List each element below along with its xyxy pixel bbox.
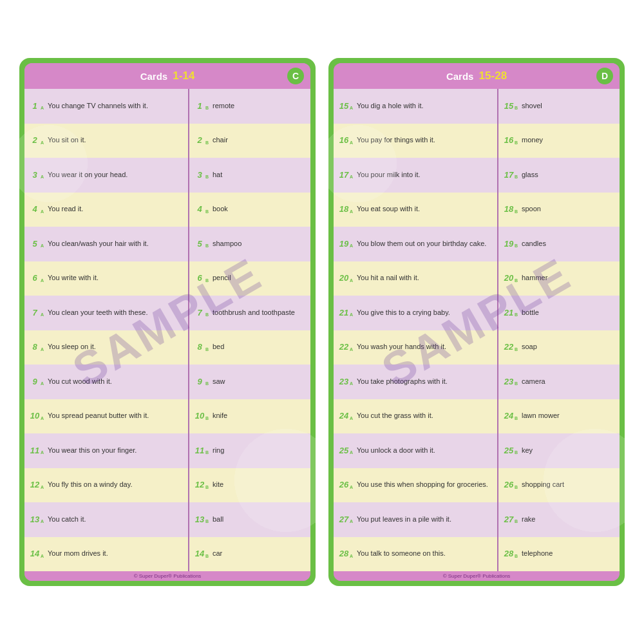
question-num-cell: 23A [334,365,354,399]
answer-cell: soap [519,330,620,365]
answer-num-cell: 18B [498,193,519,227]
question-cell: You wear it on your head. [45,158,188,193]
question-num-cell: 13A [24,502,45,537]
answer-num-cell: 8B [189,330,210,365]
table-row: 24AYou cut the grass with it.24Blawn mow… [334,399,620,434]
table-row: 5AYou clean/wash your hair with it.5Bsha… [24,227,310,261]
answer-num-cell: 5B [189,227,210,261]
question-num-cell: 12A [24,468,45,503]
answer-cell: shovel [519,89,620,124]
table-row: 21AYou give this to a crying baby.21Bbot… [334,296,620,330]
card-badge-d: D [596,68,613,84]
question-cell: You change TV channels with it. [45,89,188,124]
question-num-cell: 17A [334,158,354,193]
answer-num-cell: 16B [498,124,519,158]
question-cell: You catch it. [45,502,188,537]
answer-num-cell: 7B [189,296,210,330]
card1-table-container: 1AYou change TV channels with it.1Bremot… [24,89,310,571]
card-header-2: Cards 15-28 D [334,63,620,89]
table-row: 13AYou catch it.13Bball [24,502,310,537]
table-row: 7AYou clean your teeth with these.7Btoot… [24,296,310,330]
card1-footer: © Super Duper® Publications [24,571,310,581]
question-cell: You wash your hands with it. [354,330,497,365]
question-cell: You pay for things with it. [354,124,497,158]
answer-num-cell: 20B [498,261,519,296]
answer-num-cell: 11B [189,433,210,468]
table-row: 1AYou change TV channels with it.1Bremot… [24,89,310,124]
table-row: 18AYou eat soup with it.18Bspoon [334,193,620,227]
table-row: 11AYou wear this on your finger.11Bring [24,433,310,468]
question-num-cell: 21A [334,296,354,330]
table-row: 26AYou use this when shopping for grocer… [334,468,620,503]
answer-cell: remote [210,89,310,124]
answer-cell: pencil [210,261,310,296]
answer-cell: shampoo [210,227,310,261]
answer-cell: camera [519,365,620,399]
answer-cell: rake [519,502,620,537]
question-num-cell: 10A [24,399,45,434]
question-cell: You wear this on your finger. [45,433,188,468]
answer-num-cell: 10B [189,399,210,434]
table-row: 23AYou take photographs with it.23Bcamer… [334,365,620,399]
question-cell: You spread peanut butter with it. [45,399,188,434]
answer-cell: car [210,537,310,572]
question-num-cell: 20A [334,261,354,296]
answer-num-cell: 1B [189,89,210,124]
question-cell: You cut the grass with it. [354,399,497,434]
table-row: 28AYou talk to someone on this.28Bteleph… [334,537,620,572]
answer-cell: candles [519,227,620,261]
table-row: 8AYou sleep on it.8Bbed [24,330,310,365]
question-num-cell: 14A [24,537,45,572]
table-row: 2AYou sit on it.2Bchair [24,124,310,158]
answer-num-cell: 13B [189,502,210,537]
answer-num-cell: 19B [498,227,519,261]
table-row: 25AYou unlock a door with it.25Bkey [334,433,620,468]
table-row: 9AYou cut wood with it.9Bsaw [24,365,310,399]
table-row: 12AYou fly this on a windy day.12Bkite [24,468,310,503]
answer-cell: money [519,124,620,158]
table-row: 20AYou hit a nail with it.20Bhammer [334,261,620,296]
table-row: 10AYou spread peanut butter with it.10Bk… [24,399,310,434]
question-cell: You hit a nail with it. [354,261,497,296]
question-cell: You cut wood with it. [45,365,188,399]
question-num-cell: 6A [24,261,45,296]
table-row: 4AYou read it.4Bbook [24,193,310,227]
question-num-cell: 24A [334,399,354,434]
answer-cell: saw [210,365,310,399]
card-1-14: Cards 1-14 C 1AYou change TV channels wi… [19,58,316,586]
card2-footer: © Super Duper® Publications [334,571,620,581]
answer-num-cell: 23B [498,365,519,399]
card-15-28: Cards 15-28 D 15AYou dig a hole with it.… [328,58,625,586]
question-num-cell: 8A [24,330,45,365]
answer-cell: hammer [519,261,620,296]
question-cell: You sleep on it. [45,330,188,365]
answer-cell: shopping cart [519,468,620,503]
answer-num-cell: 28B [498,537,519,572]
answer-cell: spoon [519,193,620,227]
question-num-cell: 1A [24,89,45,124]
answer-num-cell: 22B [498,330,519,365]
answer-cell: telephone [519,537,620,572]
question-num-cell: 19A [334,227,354,261]
card-title-2: Cards 15-28 [441,67,512,85]
question-num-cell: 16A [334,124,354,158]
question-cell: You clean/wash your hair with it. [45,227,188,261]
question-num-cell: 15A [334,89,354,124]
answer-cell: lawn mower [519,399,620,434]
question-cell: You fly this on a windy day. [45,468,188,503]
table-row: 3AYou wear it on your head.3Bhat [24,158,310,193]
question-num-cell: 22A [334,330,354,365]
page-container: Cards 1-14 C 1AYou change TV channels wi… [0,0,644,644]
answer-cell: ball [210,502,310,537]
card-badge-c: C [287,68,304,84]
question-num-cell: 5A [24,227,45,261]
answer-cell: key [519,433,620,468]
question-num-cell: 25A [334,433,354,468]
answer-num-cell: 12B [189,468,210,503]
question-num-cell: 2A [24,124,45,158]
answer-num-cell: 17B [498,158,519,193]
question-cell: You unlock a door with it. [354,433,497,468]
table-row: 15AYou dig a hole with it.15Bshovel [334,89,620,124]
answer-cell: kite [210,468,310,503]
answer-num-cell: 24B [498,399,519,434]
